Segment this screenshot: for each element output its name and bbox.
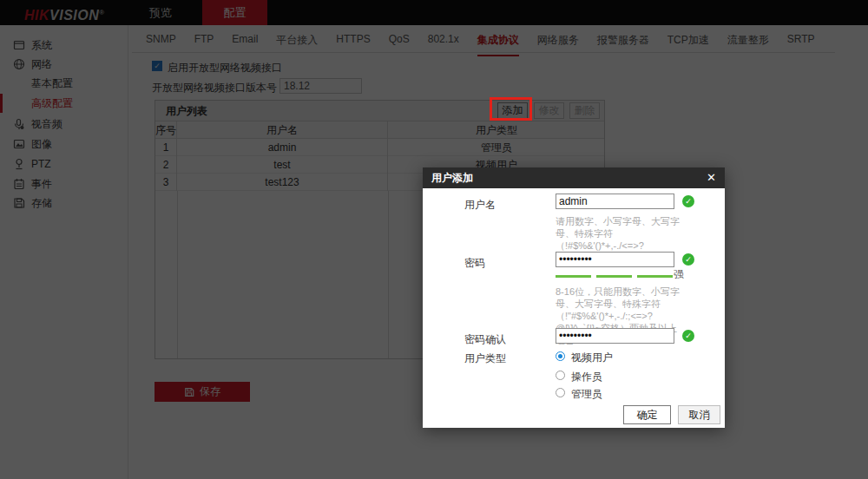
confirm-password-label: 密码确认 — [464, 332, 506, 347]
password-label: 密码 — [464, 256, 485, 271]
valid-check-icon: ✓ — [682, 253, 694, 266]
page: HIKVISION® 预览 配置 系统 网络 基本配置 高级配置 视音频 图像 — [0, 0, 868, 479]
add-user-dialog: 用户添加 ✕ 用户名 ✓ 请用数字、小写字母、大写字母、特殊字符（!#$%&'(… — [423, 167, 725, 428]
dialog-title: 用户添加 — [431, 167, 473, 188]
radio-icon — [556, 388, 565, 397]
password-strength-meter — [556, 272, 681, 281]
strength-segment — [596, 275, 632, 278]
radio-icon — [556, 351, 565, 361]
usertype-label: 用户类型 — [464, 351, 506, 366]
cancel-button[interactable]: 取消 — [678, 405, 720, 424]
valid-check-icon: ✓ — [682, 330, 694, 342]
ok-button[interactable]: 确定 — [623, 405, 671, 424]
radio-label: 操作员 — [571, 370, 602, 384]
strength-segment — [637, 275, 673, 278]
valid-check-icon: ✓ — [682, 195, 694, 207]
close-icon[interactable]: ✕ — [707, 167, 716, 188]
radio-label: 视频用户 — [571, 351, 613, 365]
strength-label: 强 — [674, 267, 684, 282]
dialog-header: 用户添加 ✕ — [423, 167, 725, 188]
password-input[interactable] — [556, 252, 674, 267]
red-highlight-annotation — [490, 97, 532, 121]
username-input[interactable] — [556, 194, 674, 209]
strength-segment — [556, 275, 591, 278]
username-label: 用户名 — [464, 198, 496, 213]
radio-icon — [556, 371, 565, 380]
radio-label: 管理员 — [571, 387, 602, 402]
confirm-password-input[interactable] — [556, 328, 674, 344]
